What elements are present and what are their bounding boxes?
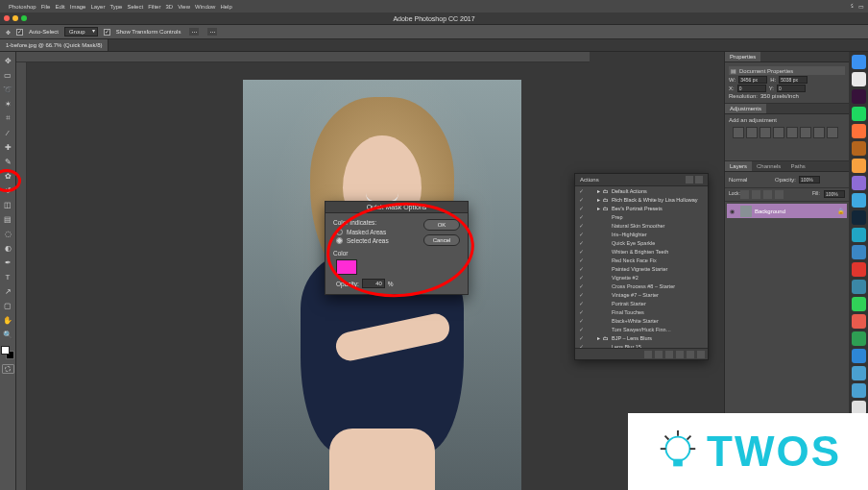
check-icon[interactable]: ✓ [578, 283, 585, 289]
menu-view[interactable]: View [178, 4, 190, 10]
action-item[interactable]: ✓Black+White Starter [575, 316, 708, 325]
adj-bw-icon[interactable] [813, 127, 825, 138]
check-icon[interactable]: ✓ [578, 275, 585, 281]
dock-app-lightroom[interactable] [852, 193, 866, 208]
auto-select-mode-select[interactable]: Group [64, 27, 98, 37]
action-set[interactable]: ✓▸🗀Default Actions [575, 186, 708, 195]
tab-adjustments[interactable]: Adjustments [725, 104, 766, 113]
check-icon[interactable]: ✓ [578, 344, 585, 349]
dock-app-finder[interactable] [852, 55, 866, 69]
action-item[interactable]: ✓Prep [575, 212, 708, 221]
check-icon[interactable]: ✓ [578, 240, 585, 246]
dock-app-folder2[interactable] [852, 383, 866, 398]
adj-vibrance-icon[interactable] [786, 127, 798, 138]
action-new-set-icon[interactable] [676, 351, 684, 358]
actions-panel[interactable]: Actions ✓▸🗀Default Actions✓▸🗀Rich Black … [574, 173, 709, 360]
action-item[interactable]: ✓Painted Vignette Starter [575, 264, 708, 273]
visibility-icon[interactable]: ◉ [730, 208, 737, 215]
quick-mask-mode-button[interactable] [2, 364, 14, 374]
menu-file[interactable]: File [41, 4, 51, 10]
window-zoom-button[interactable] [21, 15, 27, 21]
dock-app-messages[interactable] [852, 297, 866, 311]
dock-app-folder[interactable] [852, 366, 866, 380]
dock-app-chrome[interactable] [852, 72, 866, 86]
panel-collapse-icon[interactable] [686, 176, 693, 184]
check-icon[interactable]: ✓ [578, 292, 585, 298]
quick-mask-options-dialog[interactable]: Quick Mask Options OK Cancel Color Indic… [325, 201, 469, 295]
menu-window[interactable]: Window [195, 4, 215, 10]
dock-app-audition[interactable] [852, 210, 866, 225]
action-item[interactable]: ✓Whiten & Brighten Teeth [575, 247, 708, 256]
adj-photo-filter-icon[interactable] [827, 127, 838, 138]
brush-tool[interactable]: ✎ [1, 155, 14, 168]
check-icon[interactable]: ✓ [578, 249, 585, 255]
check-icon[interactable]: ✓ [578, 257, 585, 263]
dodge-tool[interactable]: ◐ [1, 241, 14, 255]
menu-filter[interactable]: Filter [148, 4, 160, 10]
dock-app-illustrator[interactable] [852, 159, 866, 173]
zoom-tool[interactable]: 🔍 [1, 328, 14, 341]
dock-app-firefox[interactable] [852, 124, 866, 138]
dock-app-acrobat[interactable] [852, 262, 866, 277]
action-item[interactable]: ✓Red Neck Face Fix [575, 256, 708, 264]
blur-tool[interactable]: ◌ [1, 227, 14, 240]
action-trash-icon[interactable] [697, 351, 705, 358]
dock-app-slack[interactable] [852, 89, 866, 104]
radio-masked-icon[interactable] [336, 229, 343, 235]
battery-icon[interactable]: ▭ [858, 3, 864, 10]
align-controls[interactable] [189, 28, 199, 36]
check-icon[interactable]: ✓ [578, 188, 585, 194]
lock-transparent-icon[interactable] [740, 190, 749, 199]
action-item[interactable]: ✓Natural Skin Smoother [575, 221, 708, 230]
action-item[interactable]: ✓Cross Process #8 – Starter [575, 282, 708, 290]
menu-3d[interactable]: 3D [165, 4, 173, 10]
menu-edit[interactable]: Edit [55, 4, 64, 10]
disclosure-icon[interactable]: ▸ [597, 335, 600, 341]
check-icon[interactable]: ✓ [578, 335, 585, 341]
action-item[interactable]: ✓Quick Eye Sparkle [575, 238, 708, 247]
active-tool-icon[interactable]: ✥ [6, 29, 11, 36]
action-item[interactable]: ✓Iris–Highlighter [575, 230, 708, 238]
healing-tool[interactable]: ✚ [1, 140, 14, 154]
dock-app-bridge[interactable] [852, 245, 866, 259]
pen-tool[interactable]: ✒ [1, 256, 14, 269]
check-icon[interactable]: ✓ [578, 327, 585, 332]
dock-app-dreamweaver[interactable] [852, 280, 866, 294]
dock-app-numbers[interactable] [852, 331, 866, 346]
menu-select[interactable]: Select [127, 4, 143, 10]
check-icon[interactable]: ✓ [578, 223, 585, 229]
layer-opacity-value[interactable]: 100% [799, 176, 820, 184]
lasso-tool[interactable]: ➰ [1, 83, 14, 96]
path-tool[interactable]: ↗ [1, 284, 14, 298]
action-item[interactable]: ✓Tom Sawyer/Huck Finn… [575, 325, 708, 333]
dialog-title[interactable]: Quick Mask Options [326, 202, 468, 213]
check-icon[interactable]: ✓ [578, 309, 585, 315]
layer-background[interactable]: ◉ Background 🔒 [727, 204, 847, 218]
action-play-icon[interactable] [665, 351, 673, 358]
dock-app-spotify[interactable] [852, 107, 866, 121]
type-tool[interactable]: T [1, 270, 14, 283]
action-set[interactable]: ✓▸🗀Rich Black & White by Lisa Holloway [575, 195, 708, 204]
check-icon[interactable]: ✓ [578, 266, 585, 272]
disclosure-icon[interactable]: ▸ [597, 197, 600, 203]
check-icon[interactable]: ✓ [578, 206, 585, 211]
menu-help[interactable]: Help [220, 4, 231, 10]
action-item[interactable]: ✓Vignette #2 [575, 273, 708, 282]
lock-position-icon[interactable] [763, 190, 772, 199]
lock-brush-icon[interactable] [752, 190, 760, 199]
auto-select-checkbox[interactable] [16, 29, 23, 36]
adj-brightness-icon[interactable] [733, 127, 744, 138]
fill-value[interactable]: 100% [824, 190, 845, 198]
menu-type[interactable]: Type [109, 4, 122, 10]
clone-stamp-tool[interactable]: ✿ [1, 169, 14, 183]
window-minimize-button[interactable] [12, 15, 18, 21]
history-brush-tool[interactable]: ↺ [1, 184, 14, 197]
panel-menu-icon[interactable] [695, 176, 703, 184]
check-icon[interactable]: ✓ [578, 214, 585, 220]
eraser-tool[interactable]: ◫ [1, 198, 14, 211]
dock-app-safari[interactable] [852, 349, 866, 363]
quick-select-tool[interactable]: ✶ [1, 97, 14, 110]
eyedropper-tool[interactable]: ⁄ [1, 126, 14, 139]
radio-selected-icon[interactable] [336, 237, 343, 244]
prop-x-value[interactable]: 0 [737, 85, 766, 92]
